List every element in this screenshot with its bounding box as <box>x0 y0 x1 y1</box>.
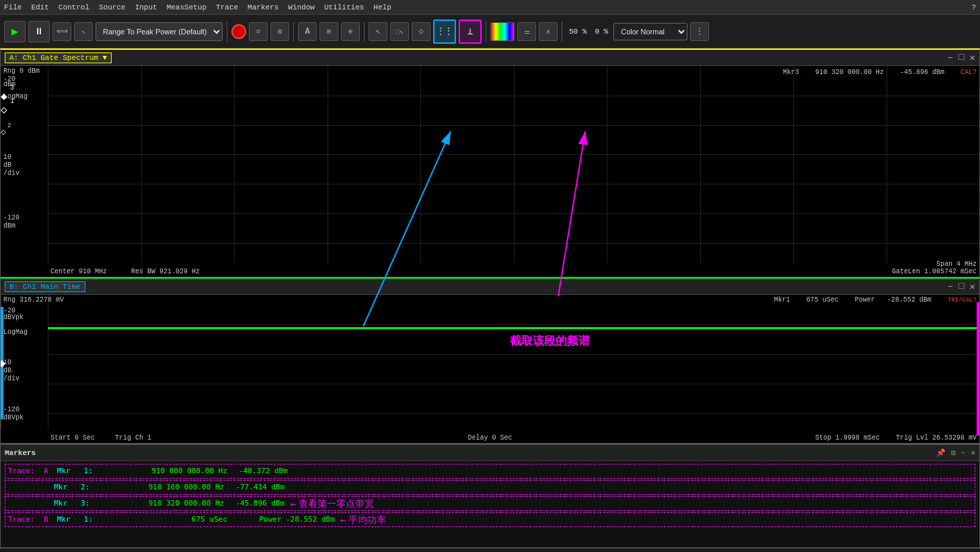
mkr2-label: Mkr 2: <box>45 481 89 493</box>
menu-window[interactable]: Window <box>288 3 315 11</box>
spectrum-maximize[interactable]: □ <box>958 52 964 63</box>
spectrum-title-bar: A: Ch1 Gate Spectrum ▼ – □ ✕ <box>1 50 979 66</box>
text-a-icon[interactable]: A <box>298 22 317 41</box>
markers-a2-group: Mkr 2: 910 160 000.00 Hz -77.414 dBm <box>5 480 975 495</box>
sep4 <box>486 22 486 42</box>
percent1-label: 50 % <box>566 28 589 36</box>
time-panel-controls: – □ ✕ <box>948 281 975 292</box>
markers-title-bar: Markers 📌 ⊡ – ✕ <box>1 445 979 461</box>
display-icon[interactable]: ⊡ <box>249 22 268 41</box>
marker3: ◆ 3 <box>1 90 7 103</box>
menu-input[interactable]: Input <box>135 3 157 11</box>
time-dbvpk-label: dBVpk <box>3 314 24 321</box>
cursor-arrow-icon[interactable]: ↖ <box>369 22 387 41</box>
peak-icon[interactable]: ∧ <box>539 22 558 41</box>
markers-close[interactable]: ✕ <box>971 448 975 457</box>
time-maximize[interactable]: □ <box>958 281 964 292</box>
time-waveform: (function() { var pts = []; var n = 1387… <box>48 295 979 431</box>
menu-meassetup[interactable]: MeasSetup <box>167 3 206 11</box>
markers-title: Markers <box>5 449 36 457</box>
spectrum-bottom-left: Center 910 MHz Res BW 921.029 Hz <box>50 268 200 275</box>
time-title-dropdown[interactable]: B: Ch1 Main Time <box>5 281 85 292</box>
spectrum-div-label: /div <box>3 170 20 177</box>
time-logmag-label: LogMag <box>3 329 28 336</box>
spectrum-neg120-label: -120 <box>3 214 20 221</box>
markers-pin[interactable]: 📌 <box>936 448 946 457</box>
markers-content: Trace: A Mkr 1: 910 000 000.00 Hz -48.37… <box>1 461 979 531</box>
mkrb1-val: Power -28.552 dBm <box>227 514 335 526</box>
marker2: ◇ 2 <box>1 127 6 137</box>
spectrum-panel: A: Ch1 Gate Spectrum ▼ – □ ✕ Rng 0 dBm -… <box>0 48 980 277</box>
menu-control[interactable]: Control <box>59 3 89 11</box>
annotation-text3: 平均功率 <box>348 514 386 526</box>
menu-utilities[interactable]: Utilities <box>324 3 364 11</box>
spectrum-minimize[interactable]: – <box>948 52 953 63</box>
markers-a-group: Trace: A Mkr 1: 910 000 000.00 Hz -48.37… <box>5 464 975 479</box>
range-icon[interactable]: ⟺ <box>52 22 71 41</box>
spectrum-db10-label: 10 <box>3 153 11 161</box>
color-dropdown[interactable]: Color Normal <box>613 23 687 40</box>
record-button[interactable] <box>231 24 246 39</box>
spectrum-center-label: Center 910 MHz <box>50 268 107 275</box>
menu-edit[interactable]: Edit <box>31 3 48 11</box>
spectrum-plot: Rng 0 dBm -20 dBm LogMag 10 dB /div -120… <box>1 66 979 277</box>
spectrum-close[interactable]: ✕ <box>970 52 975 63</box>
time-minimize[interactable]: – <box>948 281 953 292</box>
menu-source[interactable]: Source <box>99 3 126 11</box>
menu-markers[interactable]: Markers <box>248 3 278 11</box>
rainbow-icon[interactable] <box>490 22 515 41</box>
annotation-arrow2: ← <box>340 514 346 526</box>
markers-float[interactable]: ⊡ <box>951 448 956 457</box>
time-start-label: Start 0 Sec Trig Ch 1 <box>50 434 151 442</box>
cyan-marker-button[interactable]: ⋮⋮ <box>433 20 456 44</box>
cursor-icon[interactable]: ↖ <box>74 22 93 41</box>
mkr3-label: Mkr 3: <box>45 497 89 510</box>
time-neg120-label: -120 <box>3 406 20 413</box>
spectrum-resbw-label: Res BW 921.029 Hz <box>131 268 200 275</box>
cursor-box-icon[interactable]: ⬚↖ <box>390 22 409 41</box>
spectrum-title-dropdown[interactable]: A: Ch1 Gate Spectrum ▼ <box>5 53 112 63</box>
stop-icon[interactable]: ⊠ <box>270 22 289 41</box>
time-close[interactable]: ✕ <box>970 281 975 292</box>
sep3 <box>364 22 365 42</box>
trace-a3-label <box>8 497 45 510</box>
spectrum-rng-label: Rng 0 dBm <box>3 67 40 75</box>
diamond-icon[interactable]: ◇ <box>412 22 430 41</box>
grid-icon[interactable]: ⊞ <box>319 22 338 41</box>
spectrum-bottom-right: Span 4 MHz GateLen 1.085742 mSec <box>892 261 977 275</box>
spectrum-bars-icon[interactable]: ⚌ <box>517 22 536 41</box>
mkr2-freq: 910 160 000.00 Hz <box>89 481 224 493</box>
magenta-marker-button[interactable]: ⟂ <box>459 20 482 44</box>
more-options-icon[interactable]: ⋮ <box>690 22 709 41</box>
spectrum-dbdiv-label: dB <box>3 162 11 169</box>
range-dropdown[interactable]: Range To Peak Power (Default) <box>96 22 223 41</box>
play-button[interactable]: ▶ <box>4 21 26 42</box>
mkrb1-freq: 675 uSec <box>93 514 227 526</box>
sep5 <box>562 22 562 42</box>
sep2 <box>293 22 294 42</box>
mkr1-label: Mkr 1: <box>48 465 93 477</box>
markers-b-group: Trace: B Mkr 1: 675 uSec Power -28.552 d… <box>5 512 975 527</box>
menu-help[interactable]: Help <box>373 3 391 11</box>
time-grid-v9 <box>1 295 1 429</box>
annotation-arrow1: ← <box>290 497 295 510</box>
crosshair-icon[interactable]: ⊕ <box>341 22 360 41</box>
menu-file[interactable]: File <box>4 3 22 11</box>
spectrum-panel-controls: – □ ✕ <box>948 52 975 63</box>
mkr2-val: -77.414 dBm <box>224 481 285 493</box>
spectrum-waveform: // Generate random yellow spectrum (func… <box>48 66 979 262</box>
toolbar: ▶ ⏸ ⟺ ↖ Range To Peak Power (Default) ⊡ … <box>0 15 980 48</box>
mkrb1-label: Mkr 1: <box>48 514 93 526</box>
mkr3-freq: 910 320 000.00 Hz <box>89 497 224 510</box>
menu-trace[interactable]: Trace <box>216 3 238 11</box>
pause-button[interactable]: ⏸ <box>28 21 50 42</box>
time-stop-label: Stop 1.9998 mSec Trig Lvl 26.53298 mV <box>815 434 977 442</box>
percent2-label: 0 % <box>592 28 611 36</box>
time-db10-label: 10 <box>3 359 11 366</box>
mkr3-val: -45.896 dBm <box>224 497 285 510</box>
time-delay-label: Delay 0 Sec <box>467 434 512 442</box>
markers-minimize[interactable]: – <box>961 448 966 457</box>
mkr1-val: -48.372 dBm <box>227 465 288 477</box>
time-dbvpk2-label: dBVpk <box>3 414 24 421</box>
help-right-icon: ? <box>971 3 976 11</box>
